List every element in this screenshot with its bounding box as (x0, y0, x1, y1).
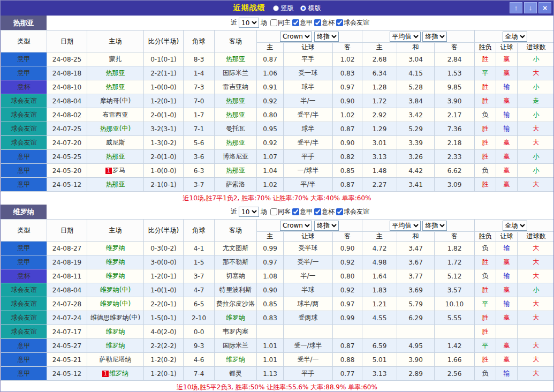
away-team-cell[interactable]: 那不勒斯 (215, 255, 257, 269)
home-team-cell[interactable]: 热那亚 (87, 150, 144, 164)
asian-home-odds-cell: 1.07 (257, 150, 284, 164)
match-count-select[interactable]: 10 (239, 18, 259, 28)
home-team-cell[interactable]: 维罗纳 (87, 255, 144, 269)
score-cell: 2-2(2-2) (144, 339, 184, 353)
home-team-cell[interactable]: 维罗纳 (87, 325, 144, 339)
filter-option[interactable]: 同客 (270, 207, 291, 216)
away-team-cell[interactable]: 热那亚 (215, 52, 257, 66)
euro-index-select[interactable]: 终指 (422, 221, 447, 231)
scope-select[interactable]: 全场 (503, 32, 527, 42)
home-team-cell[interactable]: 热那亚 (87, 80, 144, 94)
goals-result-cell: 大 (518, 353, 554, 367)
filter-option[interactable]: 意杯 (314, 207, 335, 216)
match-row: 意甲24-05-27维罗纳2-2(2-2)9-3国际米兰1.01受一/球半0.8… (1, 339, 554, 353)
asian-handicap-cell: 半球 (284, 283, 333, 297)
asian-index-select[interactable]: 终指 (314, 221, 339, 231)
sub-col-header: 和 (397, 232, 435, 242)
match-row: 球会友谊24-07-20威尼斯1-3(0-2)5-6热那亚0.92受平/半0.9… (1, 136, 554, 150)
away-team-cell[interactable]: 萨索洛 (215, 178, 257, 192)
corner-cell: 7-1 (184, 122, 215, 136)
match-count-select[interactable]: 10 (239, 207, 259, 217)
away-team-cell[interactable]: 切塞纳 (215, 269, 257, 283)
col-header: 比分(半场) (144, 220, 184, 242)
filter-checkbox[interactable] (314, 19, 321, 26)
away-team-cell[interactable]: 费拉尔皮沙洛 (215, 297, 257, 311)
away-team-cell[interactable]: 热那亚 (215, 164, 257, 178)
matches-label: 场 (261, 18, 267, 27)
home-team-cell[interactable]: 威尼斯 (87, 136, 144, 150)
scroll-down-button[interactable]: ↓ (524, 2, 537, 13)
filter-option[interactable]: 同主 (270, 18, 291, 27)
layout-option-horizontal[interactable]: 横版 (300, 4, 321, 13)
filter-checkbox[interactable] (270, 208, 277, 215)
filter-checkbox[interactable] (336, 208, 343, 215)
away-team-cell[interactable]: 特里波利斯 (215, 283, 257, 297)
filter-checkbox[interactable] (336, 19, 343, 26)
league-type-cell: 球会友谊 (1, 283, 47, 297)
home-team-cell[interactable]: 维罗纳 (87, 339, 144, 353)
away-team-cell[interactable]: 雷吉亚纳 (215, 80, 257, 94)
away-team-cell[interactable]: 韦罗内塞 (215, 325, 257, 339)
away-team-cell[interactable]: 热那亚 (215, 108, 257, 122)
away-team-cell[interactable]: 热那亚 (215, 136, 257, 150)
away-team-cell[interactable]: 国际米兰 (215, 66, 257, 80)
euro-source-select[interactable]: 平均值 (390, 32, 421, 42)
home-team-cell[interactable]: 热那亚 (87, 178, 144, 192)
home-team-cell[interactable]: 维德思维罗纳(中) (87, 311, 144, 325)
team-name-text: 都灵 (229, 370, 242, 377)
filter-checkbox[interactable] (292, 19, 299, 26)
away-team-cell[interactable]: 国际米兰 (215, 339, 257, 353)
away-team-cell[interactable]: 都灵 (215, 367, 257, 381)
away-team-cell[interactable]: 热那亚 (215, 94, 257, 108)
scroll-up-button[interactable]: ↑ (510, 2, 522, 13)
corner-cell: 3-7 (184, 178, 215, 192)
close-button[interactable]: × (538, 2, 551, 13)
match-result-cell: 平 (475, 339, 496, 353)
away-team-cell[interactable]: 博洛尼亚 (215, 150, 257, 164)
euro-home-odds-cell: 2.27 (362, 178, 397, 192)
filter-option[interactable]: 意杯 (314, 18, 335, 27)
away-team-cell[interactable]: 曼托瓦 (215, 122, 257, 136)
radio-icon[interactable] (273, 5, 279, 11)
home-team-cell[interactable]: 摩纳哥(中) (87, 94, 144, 108)
radio-icon[interactable] (300, 5, 306, 11)
filter-checkbox[interactable] (270, 19, 277, 26)
bookmaker-select[interactable]: Crown (280, 32, 312, 42)
home-team-cell[interactable]: 维罗纳 (87, 242, 144, 255)
home-team-cell[interactable]: 维罗纳(中) (87, 297, 144, 311)
handicap-result-cell: 输 (496, 108, 518, 122)
asian-handicap-cell: 受一/球半 (284, 339, 333, 353)
match-row: 意甲24-08-18热那亚2-2(1-1)1-4国际米兰1.06受一球0.836… (1, 66, 554, 80)
asian-index-select[interactable]: 终指 (314, 32, 339, 42)
home-team-cell[interactable]: 1罗马 (87, 164, 144, 178)
away-team-cell[interactable]: 维罗纳 (215, 311, 257, 325)
home-team-cell[interactable]: 布雷西亚 (87, 108, 144, 122)
euro-home-odds-cell: 4.55 (362, 311, 397, 325)
filter-option[interactable]: 球会友谊 (336, 207, 369, 216)
asian-away-odds-cell: 0.97 (333, 80, 362, 94)
filter-option[interactable]: 球会友谊 (336, 18, 369, 27)
home-team-cell[interactable]: 热那亚(中) (87, 122, 144, 136)
scope-select[interactable]: 全场 (503, 221, 527, 231)
date-cell: 24-05-20 (47, 164, 87, 178)
home-team-cell[interactable]: 维罗纳(中) (87, 283, 144, 297)
filter-checkbox[interactable] (292, 208, 299, 215)
home-team-cell[interactable]: 热那亚 (87, 66, 144, 80)
score-cell: 4-0(2-0) (144, 325, 184, 339)
filter-option[interactable]: 意甲 (292, 207, 313, 216)
away-team-cell[interactable]: 维罗纳 (215, 353, 257, 367)
euro-source-select[interactable]: 平均值 (390, 221, 421, 231)
filter-option[interactable]: 意甲 (292, 18, 313, 27)
home-team-cell[interactable]: 蒙扎 (87, 52, 144, 66)
away-team-cell[interactable]: 尤文图斯 (215, 242, 257, 255)
bookmaker-select[interactable]: Crown (280, 221, 312, 231)
home-team-cell[interactable]: 1维罗纳 (87, 367, 144, 381)
euro-index-select[interactable]: 终指 (422, 32, 447, 42)
asian-handicap-cell (284, 325, 333, 339)
home-team-cell[interactable]: 维罗纳 (87, 269, 144, 283)
date-cell: 24-05-12 (47, 367, 87, 381)
layout-option-vertical[interactable]: 竖版 (273, 4, 294, 13)
home-team-cell[interactable]: 萨勒尼塔纳 (87, 353, 144, 367)
asian-away-odds-cell: 0.90 (333, 136, 362, 150)
filter-checkbox[interactable] (314, 208, 321, 215)
